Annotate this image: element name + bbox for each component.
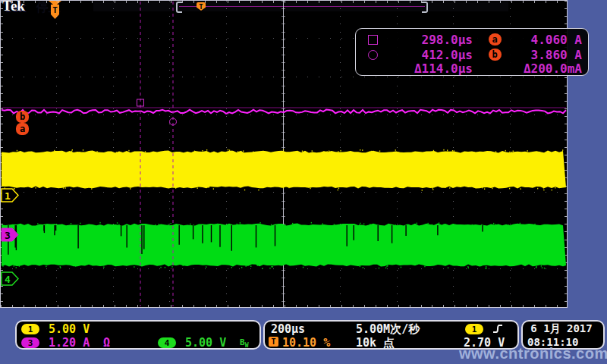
delta-value: Δ200.0mA xyxy=(517,61,582,76)
channel-4-badge: 4 xyxy=(158,337,176,348)
channel-4-marker-icon: 4 xyxy=(1,271,19,286)
trigger-source-badge: 1 xyxy=(465,324,483,334)
record-length: 10k 点 xyxy=(356,336,395,350)
svg-text:3: 3 xyxy=(5,230,11,241)
channel-1-marker-icon: 1 xyxy=(1,188,19,202)
ch3-trace xyxy=(2,110,566,114)
channel-scale-panel: 1 5.00 V 3 1.20 A Ω 4 5.00 V BW xyxy=(15,320,261,350)
date-display: 6 1月 2017 xyxy=(523,322,600,336)
channel-4-scale: 5.00 V xyxy=(185,336,226,350)
source-a-badge: a xyxy=(489,33,502,46)
channel-1-badge: 1 xyxy=(21,324,39,334)
cursor-b-circle-icon xyxy=(368,50,378,60)
cursor-a-time: 298.0µs xyxy=(389,33,473,47)
cursor-a-badge: a xyxy=(16,123,29,135)
channel-3-coupling: Ω xyxy=(103,336,110,350)
cursor-b-value: 3.860 A xyxy=(517,48,582,62)
time-per-div: 200µs xyxy=(271,322,305,336)
channel-1-scale: 5.00 V xyxy=(49,322,90,336)
ch1-band xyxy=(2,151,566,189)
cursor-a-value: 4.060 A xyxy=(517,33,582,47)
svg-text:1: 1 xyxy=(5,190,11,202)
cursor-b-badge: b xyxy=(16,111,29,123)
watermark: www.cntronics.com xyxy=(459,345,607,362)
cursor-b-time: 412.0µs xyxy=(389,48,473,62)
trigger-slope-rising-icon xyxy=(492,323,503,334)
channel-3-scale: 1.20 A xyxy=(49,336,90,350)
svg-text:4: 4 xyxy=(5,274,11,285)
oscilloscope-screen: Tek 停止 T T b a 1 3 4 298.0µs a 4.06 xyxy=(0,0,607,364)
bandwidth-limit-indicator: BW xyxy=(240,337,248,349)
trigger-position-badge: T xyxy=(269,337,278,347)
cursor-delta-row: Δ114.0µs Δ200.0mA xyxy=(356,61,588,76)
ch4-band xyxy=(2,224,566,267)
source-b-badge: b xyxy=(489,49,502,61)
delta-time: Δ114.0µs xyxy=(389,61,473,76)
channel-3-badge: 3 xyxy=(21,337,39,348)
cursor-a-square-icon xyxy=(368,35,378,45)
trigger-position-percent: 10.10 % xyxy=(282,336,330,350)
sample-rate: 5.00M次/秒 xyxy=(356,322,420,337)
cursor-a-row: 298.0µs a 4.060 A xyxy=(356,32,588,47)
cursor-b-row: 412.0µs b 3.860 A xyxy=(356,47,588,62)
cursor-readout-panel: 298.0µs a 4.060 A 412.0µs b 3.860 A Δ114… xyxy=(355,28,589,76)
channel-3-marker-icon: 3 xyxy=(1,228,19,242)
